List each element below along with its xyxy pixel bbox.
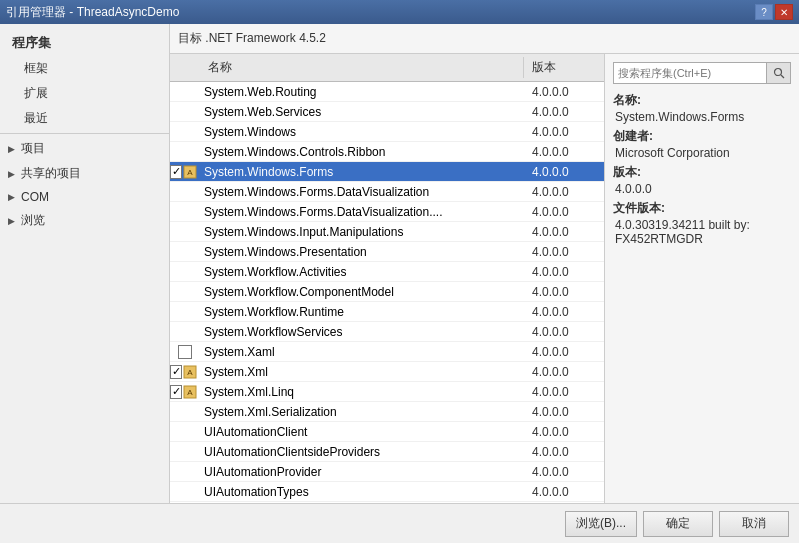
sidebar-item-framework[interactable]: 框架	[0, 56, 169, 81]
checkbox[interactable]	[170, 385, 182, 399]
checkbox-cell: A	[170, 164, 200, 180]
assembly-version: 4.0.0.0	[524, 484, 604, 500]
table-row[interactable]: System.Web.Routing4.0.0.0	[170, 82, 604, 102]
sidebar-divider	[0, 133, 169, 134]
table-row[interactable]: ASystem.Xml.Linq4.0.0.0	[170, 382, 604, 402]
assembly-name: System.Windows.Controls.Ribbon	[200, 144, 524, 160]
browse-button[interactable]: 浏览(B)...	[565, 511, 637, 537]
sidebar-header: 程序集	[0, 28, 169, 56]
table-row[interactable]: System.Windows.Forms.DataVisualization4.…	[170, 182, 604, 202]
table-row[interactable]: System.Windows.Forms.DataVisualization..…	[170, 202, 604, 222]
table-row[interactable]: UIAutomationClient4.0.0.0	[170, 422, 604, 442]
search-input[interactable]	[613, 62, 767, 84]
table-row[interactable]: ASystem.Xml4.0.0.0	[170, 362, 604, 382]
checkbox[interactable]	[170, 365, 182, 379]
info-creator-value: Microsoft Corporation	[613, 146, 791, 160]
assembly-name: System.Windows.Forms.DataVisualization	[200, 184, 524, 200]
assembly-name: UIAutomationClient	[200, 424, 524, 440]
checkbox-cell	[170, 345, 200, 359]
table-row[interactable]: System.Windows4.0.0.0	[170, 122, 604, 142]
assembly-name: UIAutomationProvider	[200, 464, 524, 480]
title-bar-controls: ? ✕	[755, 4, 793, 20]
table-row[interactable]: System.Windows.Input.Manipulations4.0.0.…	[170, 222, 604, 242]
info-panel: 名称: System.Windows.Forms 创建者: Microsoft …	[604, 54, 799, 503]
assembly-icon: A	[182, 364, 198, 380]
table-row[interactable]: UIAutomationClientsideProviders4.0.0.0	[170, 442, 604, 462]
assembly-version: 4.0.0.0	[524, 404, 604, 420]
search-icon	[773, 67, 785, 79]
content-area: 目标 .NET Framework 4.5.2 名称 版本 System.Web…	[170, 24, 799, 543]
table-row[interactable]: ASystem.Windows.Forms4.0.0.0	[170, 162, 604, 182]
table-row[interactable]: System.Workflow.Activities4.0.0.0	[170, 262, 604, 282]
table-row[interactable]: System.Windows.Presentation4.0.0.0	[170, 242, 604, 262]
table-row[interactable]: System.Xaml4.0.0.0	[170, 342, 604, 362]
assembly-version: 4.0.0.0	[524, 264, 604, 280]
main-container: 程序集 框架 扩展 最近 ▶ 项目 ▶ 共享的项目 ▶ COM ▶ 浏览	[0, 24, 799, 543]
assembly-version: 4.0.0.0	[524, 284, 604, 300]
assembly-name: System.Windows.Input.Manipulations	[200, 224, 524, 240]
info-version-label: 版本:	[613, 164, 791, 181]
title-bar-title: 引用管理器 - ThreadAsyncDemo	[6, 4, 179, 21]
help-button[interactable]: ?	[755, 4, 773, 20]
assembly-version: 4.0.0.0	[524, 84, 604, 100]
assembly-version: 4.0.0.0	[524, 244, 604, 260]
list-area: 名称 版本 System.Web.Routing4.0.0.0System.We…	[170, 54, 604, 503]
assembly-name: System.Xaml	[200, 344, 524, 360]
sidebar-item-extension[interactable]: 扩展	[0, 81, 169, 106]
cancel-button[interactable]: 取消	[719, 511, 789, 537]
sidebar-item-project[interactable]: ▶ 项目	[0, 136, 169, 161]
sidebar-item-recent[interactable]: 最近	[0, 106, 169, 131]
assembly-version: 4.0.0.0	[524, 444, 604, 460]
assembly-version: 4.0.0.0	[524, 344, 604, 360]
ok-button[interactable]: 确定	[643, 511, 713, 537]
arrow-icon: ▶	[8, 169, 15, 179]
assembly-name: System.Workflow.Runtime	[200, 304, 524, 320]
assembly-name: System.Xml.Serialization	[200, 404, 524, 420]
assembly-name: System.Web.Services	[200, 104, 524, 120]
assembly-name: System.Xml.Linq	[200, 384, 524, 400]
checkbox[interactable]	[178, 345, 192, 359]
assembly-name: System.Xml	[200, 364, 524, 380]
close-button[interactable]: ✕	[775, 4, 793, 20]
assembly-version: 4.0.0.0	[524, 464, 604, 480]
table-row[interactable]: UIAutomationTypes4.0.0.0	[170, 482, 604, 502]
table-row[interactable]: System.Workflow.Runtime4.0.0.0	[170, 302, 604, 322]
svg-text:A: A	[187, 368, 193, 377]
sidebar-item-label: 项目	[21, 140, 45, 157]
table-row[interactable]: System.Web.Services4.0.0.0	[170, 102, 604, 122]
sidebar-item-com[interactable]: ▶ COM	[0, 186, 169, 208]
assembly-name: System.Windows.Presentation	[200, 244, 524, 260]
arrow-icon: ▶	[8, 216, 15, 226]
info-fileversion-value: 4.0.30319.34211 built by: FX452RTMGDR	[613, 218, 791, 246]
table-header: 名称 版本	[170, 54, 604, 82]
assembly-version: 4.0.0.0	[524, 164, 604, 180]
assembly-version: 4.0.0.0	[524, 304, 604, 320]
content-wrapper: 名称 版本 System.Web.Routing4.0.0.0System.We…	[170, 54, 799, 543]
assembly-version: 4.0.0.0	[524, 204, 604, 220]
assembly-name: System.Web.Routing	[200, 84, 524, 100]
table-row[interactable]: System.Windows.Controls.Ribbon4.0.0.0	[170, 142, 604, 162]
table-row[interactable]: System.Xml.Serialization4.0.0.0	[170, 402, 604, 422]
assembly-version: 4.0.0.0	[524, 364, 604, 380]
col-version-header: 版本	[524, 57, 604, 78]
sidebar-item-shared[interactable]: ▶ 共享的项目	[0, 161, 169, 186]
svg-point-6	[774, 69, 781, 76]
sidebar-item-label: 共享的项目	[21, 165, 81, 182]
sidebar-item-label: 扩展	[24, 85, 48, 102]
search-button[interactable]	[767, 62, 791, 84]
table-row[interactable]: UIAutomationProvider4.0.0.0	[170, 462, 604, 482]
target-header: 目标 .NET Framework 4.5.2	[170, 24, 799, 54]
table-row[interactable]: System.Workflow.ComponentModel4.0.0.0	[170, 282, 604, 302]
checkbox[interactable]	[170, 165, 182, 179]
assembly-icon: A	[182, 164, 198, 180]
table-row[interactable]: System.WorkflowServices4.0.0.0	[170, 322, 604, 342]
assembly-version: 4.0.0.0	[524, 144, 604, 160]
sidebar-item-label: 最近	[24, 110, 48, 127]
assembly-version: 4.0.0.0	[524, 384, 604, 400]
assembly-name: System.Workflow.Activities	[200, 264, 524, 280]
assembly-list[interactable]: System.Web.Routing4.0.0.0System.Web.Serv…	[170, 82, 604, 503]
sidebar-item-browse[interactable]: ▶ 浏览	[0, 208, 169, 233]
col-name-header: 名称	[200, 57, 524, 78]
assembly-version: 4.0.0.0	[524, 324, 604, 340]
assembly-name: System.Windows	[200, 124, 524, 140]
